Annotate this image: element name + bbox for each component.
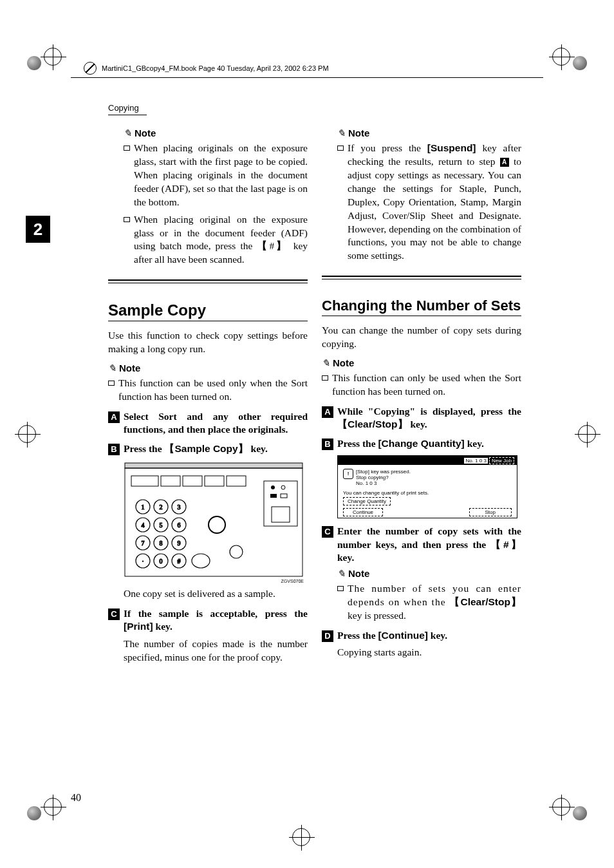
note-bullet: When placing original on the exposure gl… xyxy=(124,213,308,267)
svg-text:8: 8 xyxy=(160,540,163,547)
svg-rect-6 xyxy=(227,476,246,486)
header-icon xyxy=(84,62,97,75)
step-number-icon: B xyxy=(322,439,333,450)
svg-rect-5 xyxy=(205,476,224,486)
step-2: B Press the 【Sample Copy】 key. xyxy=(108,442,308,455)
chapter-tab: 2 xyxy=(26,216,50,243)
lcd-msg-line: Stop copying? xyxy=(356,475,411,480)
note-heading: Note xyxy=(337,127,521,139)
step-number-icon: B xyxy=(108,444,120,455)
lcd-change-quantity-button[interactable]: Change Quantity xyxy=(343,497,391,505)
svg-rect-3 xyxy=(161,476,180,486)
note-bullet: If you press the [Suspend] key after che… xyxy=(337,142,521,263)
svg-rect-4 xyxy=(183,476,202,486)
crop-mark-se xyxy=(552,798,590,820)
lcd-msg-line: [Stop] key was pressed. xyxy=(356,469,411,475)
keypad-illustration: 1 2 3 4 5 6 7 8 9 · 0 # xyxy=(124,462,304,578)
header-filepath: MartiniC1_GBcopy4_FM.book Page 40 Tuesda… xyxy=(84,62,543,75)
svg-text:4: 4 xyxy=(142,522,145,529)
note-heading: Note xyxy=(108,363,308,374)
svg-point-33 xyxy=(230,545,243,558)
svg-text:5: 5 xyxy=(160,522,163,529)
note-heading: Note xyxy=(124,127,308,139)
lcd-continue-button[interactable]: Continue xyxy=(343,508,383,516)
svg-rect-38 xyxy=(270,494,277,498)
step-1: A While "Copying" is displayed, press th… xyxy=(322,405,521,431)
header-filepath-text: MartiniC1_GBcopy4_FM.book Page 40 Tuesda… xyxy=(102,64,329,72)
step-text: While "Copying" is displayed, press the … xyxy=(337,405,521,431)
h2-rule: Changing the Number of Sets xyxy=(322,276,521,316)
right-column: Note If you press the [Suspend] key afte… xyxy=(322,127,521,665)
bullet-text: When placing originals on the exposure g… xyxy=(134,142,308,209)
illustration-caption: ZGVS070E xyxy=(124,579,304,583)
step-number-icon: C xyxy=(108,609,120,620)
svg-text:6: 6 xyxy=(178,522,181,529)
svg-text:1: 1 xyxy=(142,504,145,511)
step-1: A Select Sort and any other required fun… xyxy=(108,410,308,436)
lcd-screenshot: No. 1 0 3 New Job ! [Stop] key was press… xyxy=(337,455,517,518)
step-text: If the sample is acceptable, press the [… xyxy=(124,607,308,633)
svg-rect-35 xyxy=(272,507,290,522)
inline-step-ref: A xyxy=(500,158,509,167)
note-bullet: When placing originals on the exposure g… xyxy=(124,142,308,209)
step-3: C Enter the number of copy sets with the… xyxy=(322,525,521,563)
intro-paragraph: Use this function to check copy settings… xyxy=(108,329,308,356)
note-bullet: This function can only be used when the … xyxy=(322,372,521,399)
crop-mark-ne xyxy=(552,48,590,70)
bullet-text: This function can be used only when the … xyxy=(118,377,308,404)
lcd-no-label: No. 1 0 3 xyxy=(464,458,487,464)
page-frame: MartiniC1_GBcopy4_FM.book Page 40 Tuesda… xyxy=(64,77,550,797)
svg-text:7: 7 xyxy=(142,540,145,547)
step-3-body: The number of copies made is the number … xyxy=(124,637,308,665)
svg-text:#: # xyxy=(178,558,181,565)
svg-text:3: 3 xyxy=(178,504,181,511)
bullet-icon xyxy=(322,375,328,381)
crop-target-left xyxy=(18,425,36,446)
bullet-icon xyxy=(337,586,344,591)
bullet-text: This function can only be used when the … xyxy=(332,372,521,399)
svg-rect-39 xyxy=(281,494,287,498)
lcd-msg-line: You can change quantity of print sets. xyxy=(343,490,512,496)
note-bullet: The number of sets you can enter depends… xyxy=(337,582,521,623)
step-text: Press the 【Sample Copy】 key. xyxy=(124,442,268,455)
bullet-text: The number of sets you can enter depends… xyxy=(348,582,521,623)
step-2: B Press the [Change Quantity] key. xyxy=(322,437,521,450)
lcd-stop-button[interactable]: Stop xyxy=(469,508,512,516)
h2-rule: Sample Copy xyxy=(108,279,308,321)
bullet-icon xyxy=(124,217,130,222)
svg-rect-2 xyxy=(131,476,158,486)
step-4-body: Copying starts again. xyxy=(337,646,521,659)
svg-text:·: · xyxy=(142,558,144,565)
crop-mark-sw xyxy=(24,798,62,820)
lcd-newjob-button[interactable]: New Job xyxy=(489,457,514,464)
header-rule xyxy=(71,77,543,80)
svg-text:9: 9 xyxy=(178,540,181,547)
sample-result-text: One copy set is delivered as a sample. xyxy=(124,587,308,601)
svg-point-31 xyxy=(192,554,210,568)
note-heading: Note xyxy=(322,357,521,369)
lcd-msg-line: No. 1 0 3 xyxy=(356,480,411,486)
step-4: D Press the [Continue] key. xyxy=(322,629,521,642)
crop-target-bottom xyxy=(292,828,310,849)
step-3: C If the sample is acceptable, press the… xyxy=(108,607,308,633)
note-heading: Note xyxy=(337,568,521,580)
svg-point-32 xyxy=(209,516,225,533)
left-column: Note When placing originals on the expos… xyxy=(108,127,308,669)
section-label: Copying xyxy=(108,103,139,113)
alert-icon: ! xyxy=(343,469,353,479)
svg-text:2: 2 xyxy=(160,504,163,511)
step-number-icon: C xyxy=(322,526,333,538)
step-number-icon: D xyxy=(322,630,333,642)
bullet-text: If you press the [Suspend] key after che… xyxy=(348,142,521,263)
note-bullet: This function can be used only when the … xyxy=(108,377,308,404)
section-underline xyxy=(108,115,147,115)
step-text: Press the [Continue] key. xyxy=(337,629,447,642)
step-text: Press the [Change Quantity] key. xyxy=(337,437,484,450)
bullet-icon xyxy=(124,146,130,151)
bullet-text: When placing original on the exposure gl… xyxy=(134,213,308,267)
svg-rect-0 xyxy=(125,463,302,468)
svg-rect-34 xyxy=(264,481,297,526)
bullet-icon xyxy=(337,146,344,151)
step-number-icon: A xyxy=(322,406,333,418)
heading-changing-sets: Changing the Number of Sets xyxy=(322,297,521,316)
